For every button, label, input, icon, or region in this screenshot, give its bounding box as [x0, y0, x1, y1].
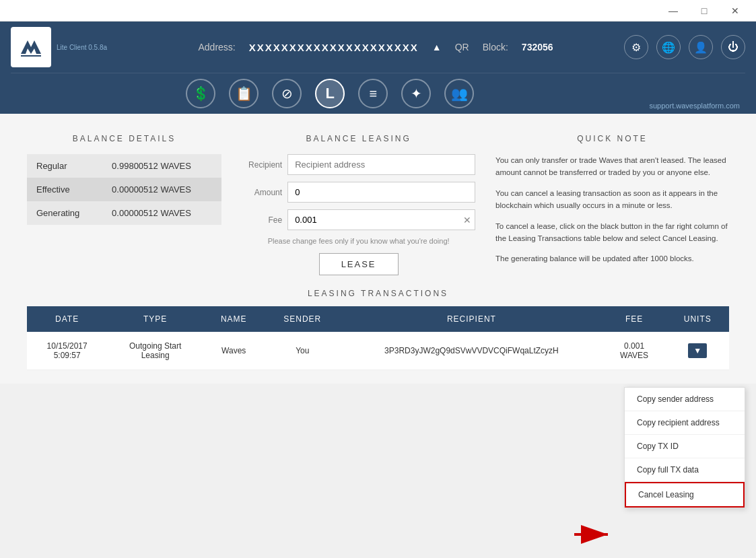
transactions-table: DATETYPENAMESENDERRECIPIENTFEEUNITS 10/1…: [27, 306, 729, 370]
recipient-row: Recipient: [242, 154, 475, 175]
quick-note-paragraph: You can only transfer or trade Waves tha…: [495, 154, 729, 179]
fee-note: Please change fees only if you know what…: [242, 237, 475, 245]
close-button[interactable]: ✕: [720, 0, 751, 22]
fee-input-wrap: ✕: [287, 209, 475, 230]
context-menu: Copy sender addressCopy recipient addres…: [624, 387, 745, 508]
power-icon[interactable]: ⏻: [721, 35, 745, 59]
balance-value: 0.99800512 WAVES: [102, 154, 221, 178]
title-bar: — □ ✕: [0, 0, 756, 22]
dex-nav-icon[interactable]: ⊘: [272, 79, 302, 108]
block-label: Block:: [483, 42, 508, 53]
table-row: Generating0.00000512 WAVES: [27, 201, 221, 225]
balance-label: Regular: [27, 154, 102, 178]
table-row: Regular0.99800512 WAVES: [27, 154, 221, 178]
table-row: Effective0.00000512 WAVES: [27, 178, 221, 201]
address-label: Address:: [199, 42, 236, 53]
app-header: Lite Client 0.5.8a Address: XXXXXXXXXXXX…: [0, 22, 756, 114]
leasing-nav-icon[interactable]: L: [315, 79, 345, 108]
portfolio-nav-icon[interactable]: ≡: [358, 79, 388, 108]
header-actions: ⚙ 🌐 👤 ⏻: [624, 35, 745, 59]
table-cell: Outgoing StartLeasing: [107, 332, 203, 370]
qr-button[interactable]: QR: [455, 42, 469, 53]
quick-note-section: QUICK NOTE You can only transfer or trad…: [495, 134, 729, 275]
app-version: Lite Client 0.5.8a: [57, 44, 107, 51]
support-link[interactable]: support.wavesplatform.com: [650, 99, 746, 114]
clear-fee-button[interactable]: ✕: [463, 215, 471, 225]
arrow-icon: ▲: [432, 42, 442, 53]
table-column-header: RECIPIENT: [341, 306, 602, 332]
maximize-button[interactable]: □: [689, 0, 720, 22]
context-menu-item[interactable]: Copy full TX data: [625, 458, 745, 482]
amount-input[interactable]: [287, 182, 475, 203]
recipient-label: Recipient: [242, 160, 282, 170]
table-row: 10/15/20175:09:57Outgoing StartLeasingWa…: [27, 332, 729, 370]
recipient-input[interactable]: [287, 154, 475, 175]
transactions-nav-icon[interactable]: 📋: [229, 79, 259, 108]
balance-label: Generating: [27, 201, 102, 225]
table-column-header: NAME: [203, 306, 264, 332]
svg-marker-0: [21, 40, 41, 54]
quick-note-content: You can only transfer or trade Waves tha…: [495, 154, 729, 265]
context-menu-item[interactable]: Copy sender address: [625, 388, 745, 411]
action-button[interactable]: ▼: [688, 343, 707, 358]
table-cell: 0.001WAVES: [603, 332, 666, 370]
quick-note-paragraph: You can cancel a leasing transaction as …: [495, 187, 729, 212]
send-nav-icon[interactable]: 💲: [186, 79, 215, 108]
balance-details-title: BALANCE DETAILS: [27, 134, 221, 143]
table-column-header: FEE: [603, 306, 666, 332]
table-cell: You: [264, 332, 341, 370]
balance-table: Regular0.99800512 WAVESEffective0.000005…: [27, 154, 221, 225]
balance-leasing-title: BALANCE LEASING: [242, 134, 475, 143]
table-header-row: DATETYPENAMESENDERRECIPIENTFEEUNITS: [27, 306, 729, 332]
profile-icon[interactable]: 👤: [689, 35, 713, 59]
context-menu-item[interactable]: Copy TX ID: [625, 435, 745, 458]
globe-header-icon[interactable]: 🌐: [656, 35, 681, 59]
table-column-header: TYPE: [107, 306, 203, 332]
context-menu-item[interactable]: Copy recipient address: [625, 411, 745, 435]
lease-button[interactable]: LEASE: [319, 253, 399, 275]
arrow-indicator: [574, 524, 615, 547]
amount-row: Amount: [242, 182, 475, 203]
arrow-icon: [574, 524, 615, 545]
fee-label: Fee: [242, 215, 282, 225]
amount-label: Amount: [242, 188, 282, 197]
transactions-section: LEASING TRANSACTIONS DATETYPENAMESENDERR…: [0, 289, 756, 384]
quick-note-paragraph: To cancel a lease, click on the black bu…: [495, 220, 729, 245]
context-menu-item[interactable]: Cancel Leasing: [625, 482, 745, 508]
address-bar: Address: XXXXXXXXXXXXXXXXXXXXX ▲ QR Bloc…: [127, 42, 624, 53]
table-column-header: UNITS: [666, 306, 729, 332]
nav-icons: 💲 📋 ⊘ L ≡ ✦ 👥: [11, 73, 650, 114]
address-value: XXXXXXXXXXXXXXXXXXXXX: [249, 42, 419, 53]
table-column-header: SENDER: [264, 306, 341, 332]
minimize-button[interactable]: —: [658, 0, 689, 22]
quick-note-paragraph: The generating balance will be updated a…: [495, 252, 729, 265]
balance-label: Effective: [27, 178, 102, 201]
notifications-icon[interactable]: ⚙: [624, 35, 648, 59]
block-value: 732056: [522, 42, 553, 53]
table-cell: ▼: [666, 332, 729, 370]
table-cell: 10/15/20175:09:57: [27, 332, 107, 370]
main-content: BALANCE DETAILS Regular0.99800512 WAVESE…: [0, 114, 756, 289]
quick-note-title: QUICK NOTE: [495, 134, 729, 143]
balance-details-section: BALANCE DETAILS Regular0.99800512 WAVESE…: [27, 134, 221, 275]
network-nav-icon[interactable]: ✦: [401, 79, 431, 108]
community-nav-icon[interactable]: 👥: [444, 79, 474, 108]
table-body: 10/15/20175:09:57Outgoing StartLeasingWa…: [27, 332, 729, 370]
balance-value: 0.00000512 WAVES: [102, 201, 221, 225]
fee-row: Fee ✕: [242, 209, 475, 230]
table-cell: Waves: [203, 332, 264, 370]
table-column-header: DATE: [27, 306, 107, 332]
fee-input[interactable]: [287, 209, 475, 230]
transactions-title: LEASING TRANSACTIONS: [27, 289, 729, 298]
waves-logo-icon: [18, 34, 44, 61]
balance-value: 0.00000512 WAVES: [102, 178, 221, 201]
balance-leasing-section: BALANCE LEASING Recipient Amount Fee ✕ P…: [242, 134, 475, 275]
table-cell: 3P3RD3yJW2gQ9dSVwVVDVCQiFWqaLtZcyzH: [341, 332, 602, 370]
